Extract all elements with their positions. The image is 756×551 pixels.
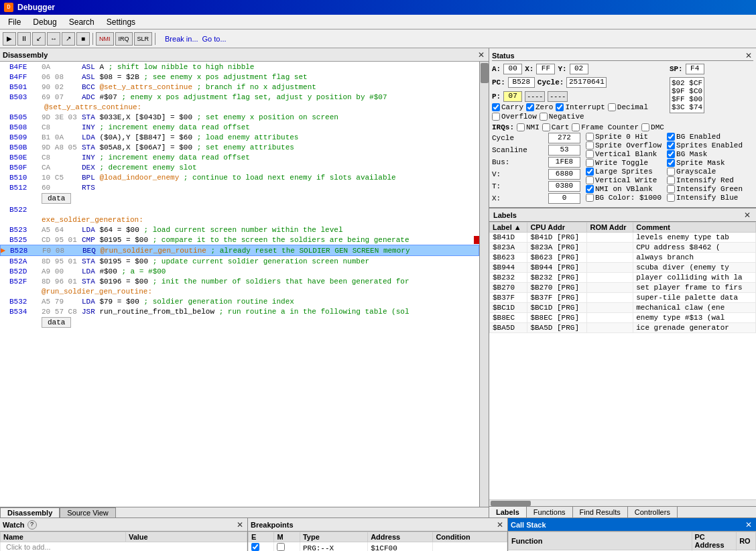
- tab-source-view[interactable]: Source View: [60, 507, 116, 517]
- irq-cart-cb[interactable]: [542, 123, 550, 131]
- bp-close-btn[interactable]: ✕: [495, 520, 505, 530]
- labels-table[interactable]: Label ▲ CPU Addr ROM Addr Comment $B41D$…: [489, 222, 756, 499]
- watch-click-to-add[interactable]: Click to add...: [1, 542, 247, 552]
- irq-frame[interactable]: Frame Counter: [572, 123, 639, 131]
- label-row-3[interactable]: $B623$B623 [PRG]always branch: [490, 253, 756, 263]
- labels-close-btn[interactable]: ✕: [743, 210, 752, 220]
- col-label[interactable]: Label ▲: [490, 223, 527, 233]
- bp-col-m[interactable]: M: [274, 532, 300, 542]
- v-val[interactable]: 6880: [548, 169, 580, 180]
- irq-nmi[interactable]: NMI: [517, 123, 540, 131]
- ppu-nmi-vblank[interactable]: NMI on VBlank: [586, 185, 662, 193]
- labels-tab-find[interactable]: Find Results: [573, 507, 628, 517]
- labels-tab-functions[interactable]: Functions: [527, 507, 573, 517]
- ppu-grayscale-cb[interactable]: [667, 168, 675, 176]
- bp-m-cb[interactable]: [277, 543, 285, 551]
- flag-decimal-cb[interactable]: [608, 103, 616, 111]
- irq-cart[interactable]: Cart: [542, 123, 569, 131]
- irq-dmc-cb[interactable]: [641, 123, 649, 131]
- ppu-bg-color-cb[interactable]: [586, 194, 594, 202]
- bp-col-type[interactable]: Type: [300, 532, 367, 542]
- ppu-bg-enabled-cb[interactable]: [667, 133, 675, 141]
- col-cpu-addr[interactable]: CPU Addr: [527, 223, 587, 233]
- toolbar-step-out[interactable]: ↗: [62, 32, 75, 46]
- label-row-6[interactable]: $B270$B270 [PRG]set player frame to firs: [490, 283, 756, 293]
- toolbar-btn-6[interactable]: ■: [76, 32, 90, 46]
- flag-zero[interactable]: Zero: [526, 103, 553, 111]
- bp-row-1[interactable]: PRG:--X $1CF00: [249, 542, 507, 552]
- reg-a-val[interactable]: 00: [503, 64, 522, 74]
- reg-x-val[interactable]: FF: [536, 64, 555, 74]
- disasm-close-btn[interactable]: ✕: [477, 50, 486, 60]
- col-rom-addr[interactable]: ROM Addr: [587, 223, 633, 233]
- toolbar-btn-ppu[interactable]: NMI: [96, 32, 114, 46]
- ppu-vblank[interactable]: Vertical Blank: [586, 150, 662, 158]
- flag-negative[interactable]: Negative: [540, 113, 584, 121]
- ppu-nmi-vblank-cb[interactable]: [586, 185, 594, 193]
- menu-debug[interactable]: Debug: [27, 16, 62, 28]
- label-row-1[interactable]: $B41D$B41D [PRG]levels enemy type tab: [490, 233, 756, 243]
- bp-col-condition[interactable]: Condition: [433, 532, 507, 542]
- flag-overflow[interactable]: Overflow: [492, 113, 537, 121]
- ppu-intensify-green-cb[interactable]: [667, 185, 675, 193]
- flag-overflow-cb[interactable]: [492, 113, 500, 121]
- ppu-sprite-overflow-cb[interactable]: [586, 141, 594, 149]
- toolbar-step-into[interactable]: ↙: [32, 32, 46, 46]
- sp-val[interactable]: F4: [686, 64, 704, 74]
- status-close-btn[interactable]: ✕: [744, 51, 753, 60]
- ppu-grayscale[interactable]: Grayscale: [667, 168, 743, 176]
- ppu-intensify-green[interactable]: Intensify Green: [667, 185, 743, 193]
- ppu-bg-mask-cb[interactable]: [667, 150, 675, 158]
- toolbar-btn-2[interactable]: ⏸: [17, 32, 31, 46]
- bp-enabled-cb[interactable]: [251, 543, 259, 551]
- irq-nmi-cb[interactable]: [517, 123, 525, 131]
- watch-add-row[interactable]: Click to add...: [1, 542, 247, 552]
- flag-interrupt[interactable]: Interrupt: [556, 103, 605, 111]
- bp-col-e[interactable]: E: [249, 532, 274, 542]
- labels-tab-labels[interactable]: Labels: [489, 507, 527, 517]
- tab-disassembly[interactable]: Disassembly: [0, 507, 60, 517]
- menu-file[interactable]: File: [3, 16, 26, 28]
- ppu-bg-color[interactable]: BG Color: $1000: [586, 194, 662, 202]
- watch-close-btn[interactable]: ✕: [235, 520, 245, 530]
- ppu-vblank-cb[interactable]: [586, 150, 594, 158]
- label-row-10[interactable]: $BA5D$BA5D [PRG]ice grenade generator: [490, 323, 756, 333]
- ppu-intensify-red[interactable]: Intensify Red: [667, 176, 743, 184]
- flag-carry[interactable]: Carry: [492, 103, 523, 111]
- disasm-scrollbar[interactable]: [479, 62, 489, 507]
- ppu-intensify-blue[interactable]: Intensify Blue: [667, 194, 743, 202]
- ppu-large-sprites-cb[interactable]: [586, 168, 594, 176]
- flag-negative-cb[interactable]: [540, 113, 548, 121]
- label-row-9[interactable]: $B8EC$B8EC [PRG]enemy type #$13 (wal: [490, 313, 756, 323]
- cs-col-ro[interactable]: RO: [737, 532, 756, 550]
- menu-settings[interactable]: Settings: [101, 16, 141, 28]
- watch-col-name[interactable]: Name: [1, 532, 126, 542]
- ppu-bg-enabled[interactable]: BG Enabled: [667, 133, 743, 141]
- ppu-bg-mask[interactable]: BG Mask: [667, 150, 743, 158]
- menu-search[interactable]: Search: [64, 16, 100, 28]
- ppu-sprites-enabled[interactable]: Sprites Enabled: [667, 141, 743, 149]
- ppu-write-toggle[interactable]: Write Toggle: [586, 159, 662, 167]
- reg-y-val[interactable]: 02: [570, 64, 588, 74]
- ppu-write-toggle-cb[interactable]: [586, 159, 594, 167]
- scanline-val[interactable]: 53: [548, 145, 580, 156]
- flag-decimal[interactable]: Decimal: [608, 103, 648, 111]
- ppu-intensify-red-cb[interactable]: [667, 176, 675, 184]
- label-row-4[interactable]: $B944$B944 [PRG]scuba diver (enemy ty: [490, 263, 756, 273]
- cs-close-btn[interactable]: ✕: [744, 520, 753, 530]
- p-val[interactable]: 07: [503, 91, 522, 102]
- toolbar-btn-slr[interactable]: SLR: [134, 32, 153, 46]
- toolbar-btn-irq[interactable]: IRQ: [115, 32, 133, 46]
- ppu-sprite0[interactable]: Sprite 0 Hit: [586, 133, 662, 141]
- reg-cycle-val[interactable]: 25170641: [566, 77, 607, 88]
- irq-frame-cb[interactable]: [572, 123, 580, 131]
- labels-hscroll[interactable]: [489, 499, 756, 506]
- ppu-vert-write-cb[interactable]: [586, 176, 594, 184]
- break-in-btn[interactable]: Break in...: [165, 35, 198, 43]
- cycle-val2[interactable]: 272: [548, 133, 580, 143]
- flag-interrupt-cb[interactable]: [556, 103, 564, 111]
- t-val[interactable]: 0380: [548, 181, 580, 192]
- label-row-5[interactable]: $B232$B232 [PRG]player colliding with la: [490, 273, 756, 283]
- toolbar-btn-1[interactable]: ▶: [3, 32, 16, 46]
- watch-help-icon[interactable]: ?: [27, 520, 37, 530]
